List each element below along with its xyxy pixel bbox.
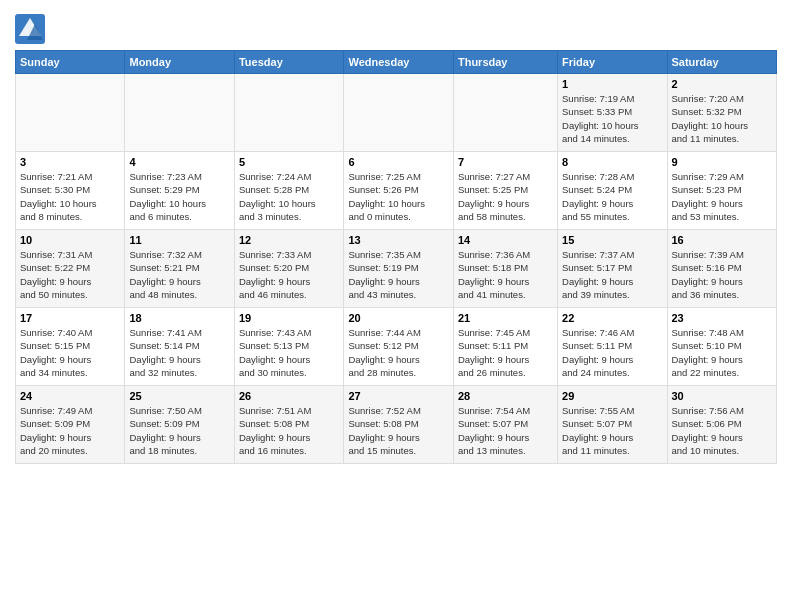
calendar-cell: 27Sunrise: 7:52 AM Sunset: 5:08 PM Dayli… [344, 386, 453, 464]
calendar-cell: 24Sunrise: 7:49 AM Sunset: 5:09 PM Dayli… [16, 386, 125, 464]
day-info: Sunrise: 7:35 AM Sunset: 5:19 PM Dayligh… [348, 248, 448, 301]
calendar-cell: 6Sunrise: 7:25 AM Sunset: 5:26 PM Daylig… [344, 152, 453, 230]
day-info: Sunrise: 7:37 AM Sunset: 5:17 PM Dayligh… [562, 248, 662, 301]
calendar-cell: 12Sunrise: 7:33 AM Sunset: 5:20 PM Dayli… [234, 230, 343, 308]
calendar-cell: 19Sunrise: 7:43 AM Sunset: 5:13 PM Dayli… [234, 308, 343, 386]
day-number: 22 [562, 312, 662, 324]
calendar-cell: 7Sunrise: 7:27 AM Sunset: 5:25 PM Daylig… [453, 152, 557, 230]
calendar-cell: 4Sunrise: 7:23 AM Sunset: 5:29 PM Daylig… [125, 152, 234, 230]
weekday-header: Tuesday [234, 51, 343, 74]
calendar-cell: 26Sunrise: 7:51 AM Sunset: 5:08 PM Dayli… [234, 386, 343, 464]
day-info: Sunrise: 7:51 AM Sunset: 5:08 PM Dayligh… [239, 404, 339, 457]
weekday-header: Sunday [16, 51, 125, 74]
calendar-cell: 15Sunrise: 7:37 AM Sunset: 5:17 PM Dayli… [558, 230, 667, 308]
weekday-header: Saturday [667, 51, 777, 74]
calendar-cell [234, 74, 343, 152]
day-info: Sunrise: 7:39 AM Sunset: 5:16 PM Dayligh… [672, 248, 773, 301]
calendar-cell: 20Sunrise: 7:44 AM Sunset: 5:12 PM Dayli… [344, 308, 453, 386]
day-number: 10 [20, 234, 120, 246]
day-number: 29 [562, 390, 662, 402]
calendar-cell: 29Sunrise: 7:55 AM Sunset: 5:07 PM Dayli… [558, 386, 667, 464]
calendar-week-row: 3Sunrise: 7:21 AM Sunset: 5:30 PM Daylig… [16, 152, 777, 230]
day-info: Sunrise: 7:54 AM Sunset: 5:07 PM Dayligh… [458, 404, 553, 457]
calendar-cell: 13Sunrise: 7:35 AM Sunset: 5:19 PM Dayli… [344, 230, 453, 308]
calendar-cell: 1Sunrise: 7:19 AM Sunset: 5:33 PM Daylig… [558, 74, 667, 152]
calendar-cell [16, 74, 125, 152]
logo-icon [15, 14, 45, 44]
day-info: Sunrise: 7:41 AM Sunset: 5:14 PM Dayligh… [129, 326, 229, 379]
day-info: Sunrise: 7:50 AM Sunset: 5:09 PM Dayligh… [129, 404, 229, 457]
calendar-cell: 21Sunrise: 7:45 AM Sunset: 5:11 PM Dayli… [453, 308, 557, 386]
calendar-cell: 10Sunrise: 7:31 AM Sunset: 5:22 PM Dayli… [16, 230, 125, 308]
day-number: 4 [129, 156, 229, 168]
calendar-cell [125, 74, 234, 152]
day-info: Sunrise: 7:48 AM Sunset: 5:10 PM Dayligh… [672, 326, 773, 379]
day-number: 8 [562, 156, 662, 168]
day-number: 14 [458, 234, 553, 246]
weekday-header: Monday [125, 51, 234, 74]
calendar-cell [344, 74, 453, 152]
day-number: 11 [129, 234, 229, 246]
calendar-week-row: 24Sunrise: 7:49 AM Sunset: 5:09 PM Dayli… [16, 386, 777, 464]
calendar-cell: 2Sunrise: 7:20 AM Sunset: 5:32 PM Daylig… [667, 74, 777, 152]
day-number: 12 [239, 234, 339, 246]
day-info: Sunrise: 7:40 AM Sunset: 5:15 PM Dayligh… [20, 326, 120, 379]
calendar-cell: 8Sunrise: 7:28 AM Sunset: 5:24 PM Daylig… [558, 152, 667, 230]
calendar-cell: 3Sunrise: 7:21 AM Sunset: 5:30 PM Daylig… [16, 152, 125, 230]
calendar-table: SundayMondayTuesdayWednesdayThursdayFrid… [15, 50, 777, 464]
calendar-cell: 5Sunrise: 7:24 AM Sunset: 5:28 PM Daylig… [234, 152, 343, 230]
day-info: Sunrise: 7:55 AM Sunset: 5:07 PM Dayligh… [562, 404, 662, 457]
day-info: Sunrise: 7:52 AM Sunset: 5:08 PM Dayligh… [348, 404, 448, 457]
day-number: 18 [129, 312, 229, 324]
calendar-cell: 18Sunrise: 7:41 AM Sunset: 5:14 PM Dayli… [125, 308, 234, 386]
calendar-cell: 14Sunrise: 7:36 AM Sunset: 5:18 PM Dayli… [453, 230, 557, 308]
day-number: 9 [672, 156, 773, 168]
calendar-cell: 28Sunrise: 7:54 AM Sunset: 5:07 PM Dayli… [453, 386, 557, 464]
day-info: Sunrise: 7:44 AM Sunset: 5:12 PM Dayligh… [348, 326, 448, 379]
day-info: Sunrise: 7:21 AM Sunset: 5:30 PM Dayligh… [20, 170, 120, 223]
calendar-header-row: SundayMondayTuesdayWednesdayThursdayFrid… [16, 51, 777, 74]
day-info: Sunrise: 7:56 AM Sunset: 5:06 PM Dayligh… [672, 404, 773, 457]
day-info: Sunrise: 7:32 AM Sunset: 5:21 PM Dayligh… [129, 248, 229, 301]
day-info: Sunrise: 7:46 AM Sunset: 5:11 PM Dayligh… [562, 326, 662, 379]
day-number: 30 [672, 390, 773, 402]
calendar-cell [453, 74, 557, 152]
calendar-cell: 30Sunrise: 7:56 AM Sunset: 5:06 PM Dayli… [667, 386, 777, 464]
calendar-cell: 17Sunrise: 7:40 AM Sunset: 5:15 PM Dayli… [16, 308, 125, 386]
day-number: 5 [239, 156, 339, 168]
day-number: 7 [458, 156, 553, 168]
day-info: Sunrise: 7:20 AM Sunset: 5:32 PM Dayligh… [672, 92, 773, 145]
day-number: 2 [672, 78, 773, 90]
weekday-header: Thursday [453, 51, 557, 74]
day-info: Sunrise: 7:24 AM Sunset: 5:28 PM Dayligh… [239, 170, 339, 223]
calendar-cell: 11Sunrise: 7:32 AM Sunset: 5:21 PM Dayli… [125, 230, 234, 308]
weekday-header: Friday [558, 51, 667, 74]
calendar-week-row: 17Sunrise: 7:40 AM Sunset: 5:15 PM Dayli… [16, 308, 777, 386]
day-number: 3 [20, 156, 120, 168]
day-number: 13 [348, 234, 448, 246]
day-number: 28 [458, 390, 553, 402]
day-number: 27 [348, 390, 448, 402]
day-number: 24 [20, 390, 120, 402]
day-number: 25 [129, 390, 229, 402]
day-number: 1 [562, 78, 662, 90]
logo [15, 14, 49, 44]
day-number: 16 [672, 234, 773, 246]
day-number: 20 [348, 312, 448, 324]
calendar-cell: 23Sunrise: 7:48 AM Sunset: 5:10 PM Dayli… [667, 308, 777, 386]
day-number: 17 [20, 312, 120, 324]
day-number: 21 [458, 312, 553, 324]
day-number: 26 [239, 390, 339, 402]
day-info: Sunrise: 7:36 AM Sunset: 5:18 PM Dayligh… [458, 248, 553, 301]
day-info: Sunrise: 7:28 AM Sunset: 5:24 PM Dayligh… [562, 170, 662, 223]
day-info: Sunrise: 7:19 AM Sunset: 5:33 PM Dayligh… [562, 92, 662, 145]
calendar-cell: 16Sunrise: 7:39 AM Sunset: 5:16 PM Dayli… [667, 230, 777, 308]
day-number: 6 [348, 156, 448, 168]
day-info: Sunrise: 7:23 AM Sunset: 5:29 PM Dayligh… [129, 170, 229, 223]
day-info: Sunrise: 7:25 AM Sunset: 5:26 PM Dayligh… [348, 170, 448, 223]
calendar-cell: 25Sunrise: 7:50 AM Sunset: 5:09 PM Dayli… [125, 386, 234, 464]
day-number: 23 [672, 312, 773, 324]
calendar-week-row: 1Sunrise: 7:19 AM Sunset: 5:33 PM Daylig… [16, 74, 777, 152]
day-info: Sunrise: 7:33 AM Sunset: 5:20 PM Dayligh… [239, 248, 339, 301]
day-info: Sunrise: 7:43 AM Sunset: 5:13 PM Dayligh… [239, 326, 339, 379]
